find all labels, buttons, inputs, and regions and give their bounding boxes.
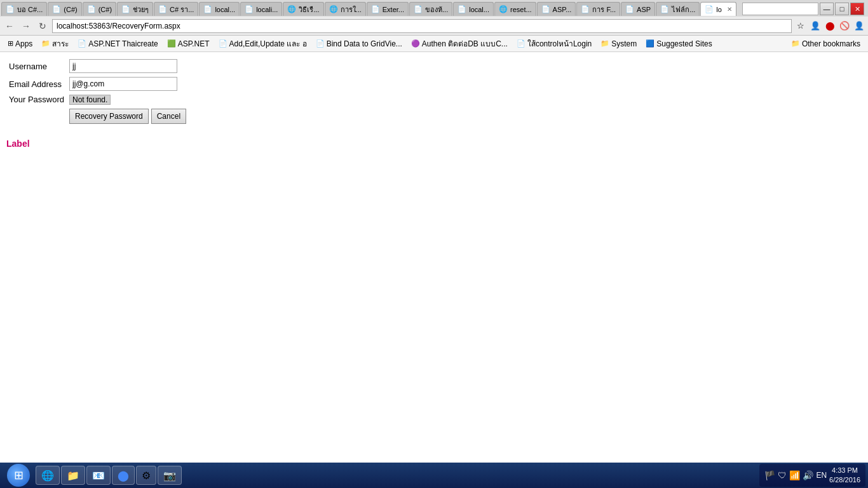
clock[interactable]: 4:33 PM 6/28/2016 bbox=[829, 466, 860, 485]
bookmark-bind-data[interactable]: 📄 Bind Data to GridVie... bbox=[312, 37, 406, 50]
password-label: Your Password bbox=[9, 95, 64, 104]
volume-icon[interactable]: 🔊 bbox=[803, 470, 813, 480]
close-window-button[interactable]: ✕ bbox=[850, 3, 864, 15]
bookmark-system[interactable]: 📁 System bbox=[597, 37, 641, 50]
tab-11[interactable]: 📄 ของห้... bbox=[409, 2, 452, 16]
bookmark-aspnet[interactable]: 🟩 ASP.NET bbox=[163, 37, 214, 50]
tab-5[interactable]: 📄 C# รา... bbox=[154, 2, 198, 16]
tab-label: lo bbox=[716, 6, 722, 13]
username-input[interactable] bbox=[69, 59, 177, 73]
tab-16[interactable]: 📄 ASP bbox=[621, 2, 655, 16]
tab-icon: 📄 bbox=[705, 5, 714, 13]
bookmark-login[interactable]: 📄 ใส้controlหน้าLogin bbox=[513, 37, 595, 50]
tab-label: (C#) bbox=[98, 6, 112, 13]
tab-12[interactable]: 📄 local... bbox=[453, 2, 494, 16]
tab-14[interactable]: 📄 ASP... bbox=[537, 2, 576, 16]
folder-icon: 📁 bbox=[41, 39, 50, 48]
tab-8[interactable]: 🌐 วิธีเรื... bbox=[283, 2, 323, 16]
tab-icon: 📄 bbox=[660, 5, 669, 13]
page-icon: 📄 bbox=[78, 39, 86, 48]
camera-icon: 📷 bbox=[163, 470, 176, 482]
star-icon[interactable]: ☆ bbox=[794, 20, 807, 32]
bookmark-label: Add,Edit,Update และ อ bbox=[229, 37, 307, 50]
tab-1[interactable]: 📄 บอ C#... bbox=[1, 2, 47, 16]
tab-3[interactable]: 📄 (C#) bbox=[83, 2, 116, 16]
browser-window: 📄 บอ C#... 📄 (C#) 📄 (C#) 📄 ช่วยๆ 📄 C# รา… bbox=[0, 0, 868, 488]
mail-icon: 📧 bbox=[92, 470, 105, 482]
tab-label: ไฟล์ก... bbox=[672, 4, 695, 15]
folder-icon: 📁 bbox=[67, 470, 79, 482]
email-label: Email Address bbox=[9, 79, 62, 89]
bookmark-sara[interactable]: 📁 สาระ bbox=[37, 37, 72, 50]
tab-15[interactable]: 📄 การ F... bbox=[576, 2, 620, 16]
back-button[interactable]: ← bbox=[3, 19, 17, 33]
address-icons: ☆ 👤 ⬤ 🚫 👤 bbox=[794, 20, 865, 32]
address-input[interactable] bbox=[52, 19, 792, 33]
tab-9[interactable]: 🌐 การใ... bbox=[325, 2, 366, 16]
bookmark-authen[interactable]: 🟣 Authen ติดต่อDB แบบC... bbox=[407, 37, 512, 50]
window-controls: — □ ✕ bbox=[740, 3, 867, 15]
taskbar-chrome[interactable]: ⬤ bbox=[112, 466, 135, 485]
taskbar-tools[interactable]: ⚙ bbox=[136, 466, 156, 485]
tab-18-active[interactable]: 📄 lo ✕ bbox=[700, 2, 736, 16]
tab-label: C# รา... bbox=[170, 4, 194, 15]
bookmark-sara-label: สาระ bbox=[52, 37, 69, 50]
tab-10[interactable]: 📄 Exter... bbox=[367, 2, 409, 16]
close-tab-icon[interactable]: ✕ bbox=[727, 6, 732, 13]
tab-icon: 📄 bbox=[458, 5, 466, 13]
minimize-button[interactable]: — bbox=[820, 3, 834, 15]
tab-label: local... bbox=[469, 6, 489, 13]
tab-17[interactable]: 📄 ไฟล์ก... bbox=[656, 2, 700, 16]
tab-label: บอ C#... bbox=[17, 4, 43, 15]
security-icon[interactable]: 🛡 bbox=[778, 470, 787, 480]
folder-icon: 📁 bbox=[791, 39, 800, 48]
tab-6[interactable]: 📄 local... bbox=[199, 2, 240, 16]
tab-label: (C#) bbox=[64, 6, 77, 13]
chrome-icon: ⬤ bbox=[118, 470, 129, 482]
profile-icon[interactable]: 👤 bbox=[853, 20, 865, 32]
tab-label: ASP bbox=[637, 6, 651, 13]
bookmark-apps[interactable]: ⊞ Apps bbox=[4, 37, 36, 50]
tab-label: ASP... bbox=[553, 6, 572, 13]
bookmark-other[interactable]: 📁 Other bookmarks bbox=[787, 38, 864, 50]
windows-orb-icon: ⊞ bbox=[7, 464, 30, 487]
cancel-button[interactable]: Cancel bbox=[151, 109, 186, 124]
start-button[interactable]: ⊞ bbox=[3, 464, 34, 486]
tab-2[interactable]: 📄 (C#) bbox=[48, 2, 81, 16]
taskbar-mail[interactable]: 📧 bbox=[86, 466, 111, 485]
signal-icon[interactable]: 📶 bbox=[789, 470, 800, 480]
folder-icon: 📁 bbox=[600, 39, 609, 48]
opera-icon[interactable]: ⬤ bbox=[824, 20, 836, 32]
tab-icon: 🌐 bbox=[499, 5, 508, 13]
wp-icon: 🟣 bbox=[411, 39, 420, 48]
tab-13[interactable]: 🌐 reset... bbox=[494, 2, 536, 16]
tab-7[interactable]: 📄 locali... bbox=[240, 2, 282, 16]
user-icon[interactable]: 👤 bbox=[809, 20, 822, 32]
password-row: Your Password Not found. bbox=[6, 93, 189, 106]
tab-icon: 📄 bbox=[541, 5, 550, 13]
email-input[interactable] bbox=[69, 77, 177, 91]
maximize-button[interactable]: □ bbox=[835, 3, 849, 15]
tab-icon: 📄 bbox=[52, 5, 61, 13]
bookmark-other-label: Other bookmarks bbox=[802, 39, 860, 48]
tab-4[interactable]: 📄 ช่วยๆ bbox=[117, 2, 153, 16]
search-bar[interactable] bbox=[742, 3, 818, 15]
bookmark-aspnet-thaicreate[interactable]: 📄 ASP.NET Thaicreate bbox=[74, 37, 161, 50]
ie-icon: 🌐 bbox=[41, 470, 54, 482]
forward-button[interactable]: → bbox=[19, 19, 33, 33]
bookmark-add-edit[interactable]: 📄 Add,Edit,Update และ อ bbox=[215, 37, 311, 50]
tab-icon: 📄 bbox=[371, 5, 380, 13]
taskbar-camera[interactable]: 📷 bbox=[158, 466, 182, 485]
bookmark-label: ใส้controlหน้าLogin bbox=[527, 37, 592, 50]
clock-date: 6/28/2016 bbox=[829, 475, 860, 485]
taskbar-ie[interactable]: 🌐 bbox=[36, 466, 60, 485]
taskbar-explorer[interactable]: 📁 bbox=[61, 466, 85, 485]
recovery-password-button[interactable]: Recovery Password bbox=[69, 109, 149, 124]
adblock-icon[interactable]: 🚫 bbox=[838, 20, 851, 32]
flag-icon[interactable]: 🏴 bbox=[764, 470, 775, 480]
recovery-form: Username Email Address Your Password bbox=[6, 57, 189, 126]
refresh-button[interactable]: ↻ bbox=[36, 19, 50, 33]
bookmark-suggested[interactable]: 🟦 Suggested Sites bbox=[642, 37, 715, 50]
tab-icon: 📄 bbox=[625, 5, 634, 13]
bookmarks-bar: ⊞ Apps 📁 สาระ 📄 ASP.NET Thaicreate 🟩 ASP… bbox=[0, 36, 868, 52]
